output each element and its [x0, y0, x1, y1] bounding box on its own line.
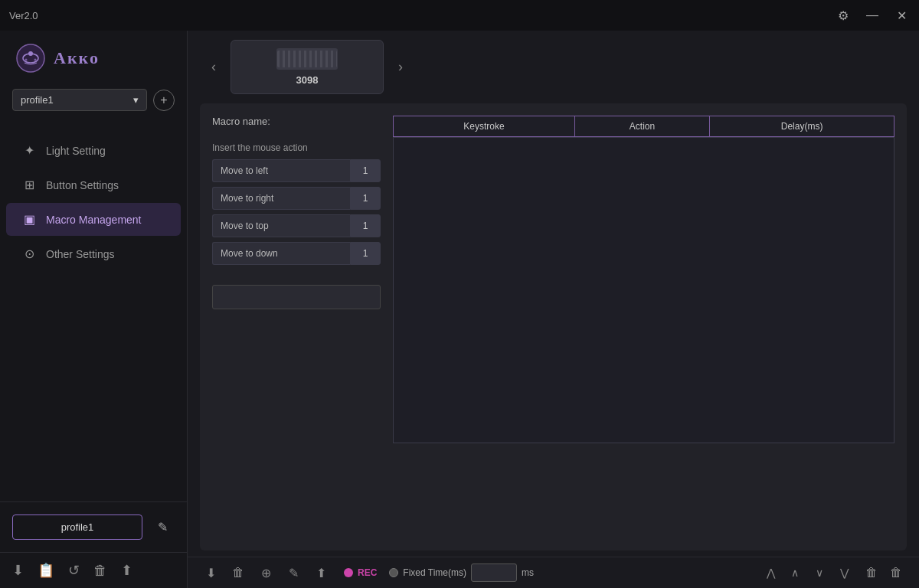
profile-select-row: profile1 ▾ + — [0, 83, 187, 117]
profile-dropdown[interactable]: profile1 ▾ — [12, 89, 147, 111]
delete-buttons: 🗑 🗑 — [861, 562, 907, 583]
sidebar-item-other-settings[interactable]: ⊙ Other Settings — [6, 237, 181, 270]
delay-header: Delay(ms) — [710, 116, 894, 137]
move-top-button[interactable]: Move to top — [212, 214, 350, 237]
svg-point-2 — [28, 51, 33, 56]
fixed-time-label: Fixed Time(ms) — [403, 567, 466, 578]
move-right-row: Move to right — [212, 187, 381, 210]
arrow-buttons: ⋀ ∧ ∨ ⋁ — [760, 562, 855, 583]
profile-dropdown-label: profile1 — [21, 94, 54, 106]
titlebar: Ver2.0 ⚙ — ✕ — [0, 0, 919, 31]
svg-point-3 — [25, 59, 28, 61]
sidebar-item-label: Button Settings — [46, 179, 119, 191]
export-icon[interactable]: ⬆ — [121, 562, 132, 579]
edit-profile-button[interactable]: ✎ — [150, 515, 175, 540]
carousel-prev-button[interactable]: ‹ — [203, 57, 224, 78]
minimize-button[interactable]: — — [864, 7, 881, 24]
bottom-toolbar: ⬇ 🗑 ⊕ ✎ ⬆ REC Fixed Time(ms) ms ⋀ ∧ ∨ ⋁ — [188, 557, 919, 588]
move-left-input[interactable] — [350, 159, 381, 182]
keystroke-table-wrap: Keystroke Action Delay(ms) — [393, 116, 894, 443]
delete-icon[interactable]: 🗑 — [93, 563, 107, 579]
sidebar-item-light-setting[interactable]: ✦ Light Setting — [6, 134, 181, 167]
device-carousel: ‹ 3098 › — [188, 31, 919, 103]
macro-name-row: Macro name: — [212, 116, 381, 127]
rec-dot — [344, 568, 353, 577]
fixed-time-input[interactable] — [471, 564, 517, 582]
move-bottom-most-button[interactable]: ⋁ — [833, 562, 855, 583]
move-left-row: Move to left — [212, 159, 381, 182]
macro-management-icon: ▣ — [21, 212, 37, 227]
logo-area: Акко — [0, 31, 187, 83]
sidebar-item-label: Macro Management — [46, 214, 142, 226]
save-macro-button[interactable]: ⬇ — [200, 562, 221, 583]
move-left-button[interactable]: Move to left — [212, 159, 350, 182]
carousel-next-button[interactable]: › — [390, 57, 411, 78]
move-down-row: Move to down — [212, 242, 381, 265]
mouse-action-title: Insert the mouse action — [212, 142, 381, 153]
delete-all-button[interactable]: 🗑 — [885, 562, 907, 583]
move-right-button[interactable]: Move to right — [212, 187, 350, 210]
window-controls: ⚙ — ✕ — [835, 7, 910, 24]
macro-text-input[interactable] — [212, 285, 381, 309]
move-top-most-button[interactable]: ⋀ — [760, 562, 781, 583]
macro-name-label: Macro name: — [212, 116, 270, 127]
reset-icon[interactable]: ↺ — [68, 562, 80, 579]
macro-top-row: Macro name: Insert the mouse action Move… — [212, 116, 894, 538]
action-header: Action — [574, 116, 709, 137]
button-settings-icon: ⊞ — [21, 178, 37, 192]
upload-macro-button[interactable]: ⬆ — [310, 562, 332, 583]
move-down-button[interactable]: Move to down — [212, 242, 350, 265]
sidebar-item-label: Other Settings — [46, 248, 115, 260]
logo-icon — [15, 43, 46, 74]
version-label: Ver2.0 — [9, 10, 38, 21]
move-top-row: Move to top — [212, 214, 381, 237]
delete-macro-button[interactable]: 🗑 — [227, 562, 249, 583]
sidebar: Акко profile1 ▾ + ✦ Light Setting ⊞ Butt… — [0, 31, 188, 588]
device-card: 3098 — [231, 40, 384, 94]
keystroke-table-body — [393, 137, 894, 443]
add-macro-button[interactable]: ⊕ — [255, 562, 276, 583]
mouse-action-section: Insert the mouse action Move to left Mov… — [212, 142, 381, 270]
move-top-input[interactable] — [350, 214, 381, 237]
device-image — [276, 48, 338, 70]
sidebar-item-label: Light Setting — [46, 145, 106, 157]
fixed-time-area: Fixed Time(ms) ms — [389, 564, 534, 582]
move-right-input[interactable] — [350, 187, 381, 210]
content-area: Macro name: Insert the mouse action Move… — [200, 103, 907, 550]
chevron-down-icon: ▾ — [133, 94, 139, 106]
sidebar-item-button-settings[interactable]: ⊞ Button Settings — [6, 168, 181, 201]
main-content: ‹ 3098 › Macro name: Insert the mouse ac… — [188, 31, 919, 588]
svg-point-4 — [34, 59, 37, 61]
keystroke-table: Keystroke Action Delay(ms) — [393, 116, 894, 137]
fixed-time-unit: ms — [522, 567, 534, 578]
copy-icon[interactable]: 📋 — [38, 562, 54, 579]
edit-macro-button[interactable]: ✎ — [283, 562, 304, 583]
macro-left-panel: Macro name: Insert the mouse action Move… — [212, 116, 381, 309]
delete-row-button[interactable]: 🗑 — [861, 562, 882, 583]
move-down-input[interactable] — [350, 242, 381, 265]
logo-text: Акко — [54, 48, 100, 68]
sidebar-item-macro-management[interactable]: ▣ Macro Management — [6, 203, 181, 236]
settings-icon[interactable]: ⚙ — [835, 7, 852, 24]
svg-point-0 — [17, 44, 44, 72]
move-up-button[interactable]: ∧ — [784, 562, 806, 583]
move-down-button[interactable]: ∨ — [809, 562, 830, 583]
import-icon[interactable]: ⬇ — [12, 562, 24, 579]
add-profile-button[interactable]: + — [153, 90, 175, 111]
app-layout: Акко profile1 ▾ + ✦ Light Setting ⊞ Butt… — [0, 31, 919, 588]
other-settings-icon: ⊙ — [21, 247, 37, 261]
sidebar-bottom-icons: ⬇ 📋 ↺ 🗑 ⬆ — [0, 552, 187, 588]
light-setting-icon: ✦ — [21, 143, 37, 158]
active-profile-label: profile1 — [12, 514, 142, 540]
device-name-label: 3098 — [296, 74, 319, 86]
nav-items: ✦ Light Setting ⊞ Button Settings ▣ Macr… — [0, 132, 187, 501]
fixed-time-dot — [389, 568, 398, 577]
rec-indicator: REC — [344, 567, 377, 578]
profile-active-row: profile1 ✎ — [0, 501, 187, 552]
rec-label: REC — [358, 567, 377, 578]
keystroke-header: Keystroke — [394, 116, 575, 137]
close-button[interactable]: ✕ — [893, 7, 910, 24]
